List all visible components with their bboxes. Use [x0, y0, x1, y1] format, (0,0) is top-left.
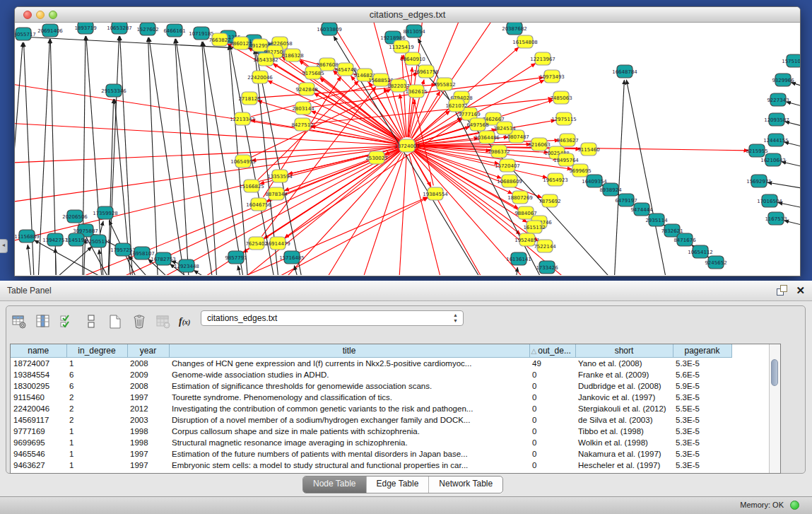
- graph-node[interactable]: 9857791: [225, 251, 247, 264]
- graph-node[interactable]: 12213343: [230, 112, 255, 125]
- graph-node[interactable]: 10654112: [688, 245, 713, 258]
- table-row[interactable]: 946362711997Embryonic stem cells: a mode…: [11, 460, 770, 471]
- graph-node[interactable]: 15692971: [746, 175, 772, 187]
- column-header[interactable]: short: [575, 344, 673, 358]
- table-scrollbar[interactable]: [769, 344, 780, 473]
- graph-node[interactable]: 16648784: [612, 65, 637, 78]
- column-header[interactable]: name: [11, 344, 66, 358]
- graph-node[interactable]: 2935114: [645, 214, 668, 226]
- graph-node[interactable]: 18640910: [400, 52, 425, 65]
- table-row[interactable]: 911546021997Tourette syndrome. Phenomeno…: [11, 392, 770, 403]
- graph-node[interactable]: 15166825: [239, 180, 264, 192]
- graph-node[interactable]: 14055717: [15, 28, 36, 40]
- graph-node[interactable]: 7663822: [208, 33, 230, 46]
- table-row[interactable]: 1872400712008Changes of HCN gene express…: [11, 358, 770, 370]
- table-panel-header[interactable]: Table Panel ✕: [0, 281, 812, 301]
- graph-node[interactable]: 20206506: [62, 210, 88, 223]
- table-row[interactable]: 2242004622012Investigating the contribut…: [11, 403, 770, 414]
- graph-node[interactable]: 1167533: [765, 212, 787, 225]
- graph-node[interactable]: 16961758: [413, 65, 439, 78]
- graph-node[interactable]: 1362615: [405, 85, 427, 98]
- graph-node[interactable]: 8186328: [281, 49, 303, 62]
- tab-network-table[interactable]: Network Table: [429, 477, 502, 493]
- graph-node[interactable]: 9699695: [569, 164, 591, 177]
- scrollbar-thumb[interactable]: [771, 359, 778, 386]
- svg-text:10807487: 10807487: [504, 134, 529, 140]
- graph-node[interactable]: 9175685: [302, 66, 324, 79]
- graph-node[interactable]: 17359928: [93, 206, 118, 219]
- graph-node[interactable]: 7485063: [550, 91, 572, 104]
- function-builder-icon[interactable]: f(x): [179, 316, 190, 327]
- table-row[interactable]: 1456911722003Disruption of a novel membe…: [11, 414, 770, 426]
- column-header[interactable]: pagerank: [673, 344, 731, 358]
- graph-node[interactable]: 20387682: [502, 23, 527, 35]
- graph-node[interactable]: 6216063: [528, 138, 550, 151]
- graph-node[interactable]: 12093587: [764, 113, 789, 126]
- tab-edge-table[interactable]: Edge Table: [367, 477, 430, 493]
- panel-collapse-handle[interactable]: ◂: [0, 239, 8, 253]
- graph-node[interactable]: 7875692: [539, 194, 560, 207]
- close-panel-icon[interactable]: ✕: [796, 285, 805, 296]
- graph-node[interactable]: 1527602: [136, 23, 158, 35]
- graph-node[interactable]: 9329966: [772, 74, 794, 86]
- graph-node[interactable]: 15751074: [782, 54, 800, 67]
- create-new-column-icon[interactable]: [107, 313, 124, 330]
- graph-node[interactable]: 6479197: [615, 194, 637, 206]
- column-header[interactable]: △out_de...: [529, 344, 575, 358]
- graph-node[interactable]: 7625402: [245, 237, 267, 250]
- graph-node[interactable]: 9463627: [556, 134, 578, 146]
- column-header[interactable]: in_degree: [66, 344, 127, 358]
- table-cell: 49: [529, 358, 575, 370]
- graph-node[interactable]: 1733426: [536, 261, 558, 274]
- graph-node[interactable]: 12444155: [763, 134, 789, 146]
- graph-node[interactable]: 8215955: [746, 144, 767, 157]
- network-window-titlebar[interactable]: citations_edges.txt: [15, 7, 800, 23]
- graph-node[interactable]: 16914479: [265, 237, 290, 250]
- graph-node[interactable]: 20691406: [37, 24, 63, 37]
- graph-node[interactable]: 9474444: [630, 203, 653, 216]
- graph-node[interactable]: 1621072: [445, 99, 467, 112]
- graph-node[interactable]: 7522144: [534, 240, 556, 252]
- graph-node[interactable]: 13942757: [42, 233, 68, 246]
- table-row[interactable]: 977716911998Corpus callosum shape and si…: [11, 426, 770, 437]
- graph-node[interactable]: 12213967: [530, 52, 555, 65]
- graph-node[interactable]: 1893719: [74, 23, 96, 34]
- graph-node[interactable]: 19654923: [543, 173, 568, 186]
- table-row[interactable]: 969969511998Structural magnetic resonanc…: [11, 437, 770, 448]
- graph-node[interactable]: 10653287: [107, 23, 132, 34]
- graph-node[interactable]: 6497568: [466, 118, 488, 131]
- deselect-rows-icon[interactable]: [83, 313, 100, 330]
- graph-node[interactable]: 8471676: [673, 233, 696, 246]
- graph-node[interactable]: 8813054: [403, 25, 425, 37]
- svg-text:9777169: 9777169: [458, 112, 480, 117]
- table-selector-dropdown[interactable]: citations_edges.txt ▲▼: [201, 310, 464, 326]
- graph-node[interactable]: 8427512: [291, 118, 313, 131]
- select-columns-icon[interactable]: [35, 313, 52, 330]
- graph-node[interactable]: 9245652: [705, 256, 726, 269]
- select-all-rows-icon[interactable]: [59, 313, 76, 330]
- graph-node[interactable]: 9242848: [295, 83, 317, 95]
- table-settings-icon[interactable]: [11, 313, 28, 330]
- graph-node[interactable]: 7986372: [488, 145, 510, 158]
- graph-node[interactable]: 17016504: [757, 194, 782, 207]
- table-row[interactable]: 1938455462009Genome-wide association stu…: [11, 369, 770, 380]
- graph-node[interactable]: 2718126: [238, 92, 261, 105]
- graph-node[interactable]: 12975115: [551, 112, 577, 125]
- table-row[interactable]: 1830029562008Estimation of significance …: [11, 380, 770, 392]
- tab-node-table[interactable]: Node Table: [303, 477, 367, 493]
- column-header[interactable]: title: [169, 344, 529, 358]
- delete-column-icon[interactable]: [131, 313, 148, 330]
- graph-node[interactable]: 2803144: [292, 102, 314, 115]
- graph-node[interactable]: 7955812: [433, 78, 455, 90]
- float-panel-icon[interactable]: [777, 285, 787, 296]
- column-header[interactable]: year: [127, 344, 169, 358]
- graph-node[interactable]: 8878344: [265, 187, 288, 200]
- graph-node[interactable]: 1615132: [523, 221, 545, 233]
- graph-node[interactable]: 9115460: [577, 143, 599, 156]
- graph-node[interactable]: 2530027: [365, 151, 387, 164]
- graph-node[interactable]: 9227343: [767, 93, 789, 106]
- graph-node[interactable]: 16154808: [512, 35, 538, 48]
- table-row[interactable]: 946554611997Estimation of the future num…: [11, 448, 770, 460]
- graph-node[interactable]: 6466161: [163, 24, 185, 37]
- network-canvas[interactable]: 1405571720691406189371910653287152760264…: [15, 23, 800, 275]
